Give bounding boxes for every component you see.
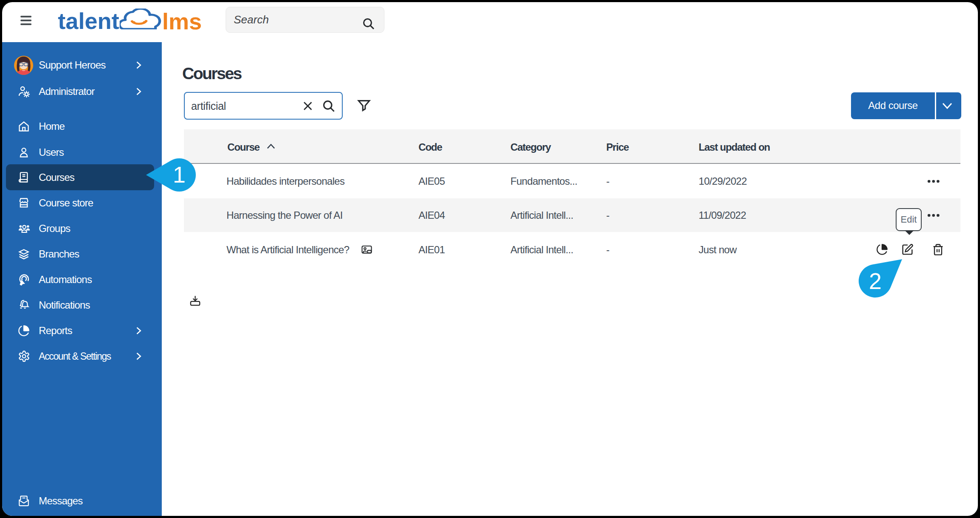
- svg-text:1: 1: [173, 162, 186, 187]
- svg-text:2: 2: [869, 268, 882, 294]
